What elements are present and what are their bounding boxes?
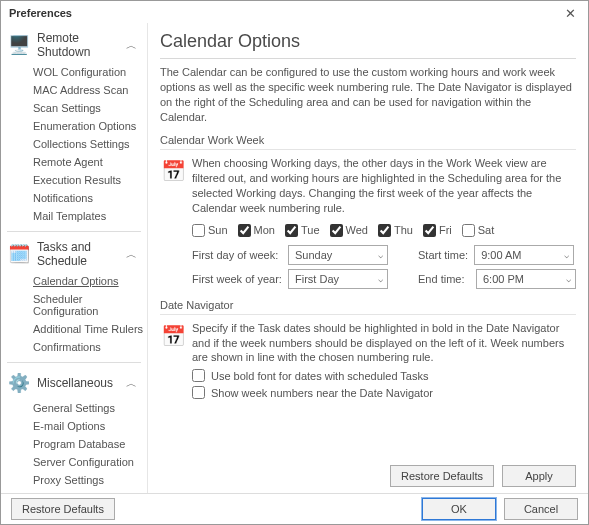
day-mon[interactable]: Mon (238, 224, 275, 237)
chevron-up-icon: ︿ (126, 376, 137, 391)
checkbox-sun[interactable] (192, 224, 205, 237)
chevron-down-icon: ⌵ (378, 250, 383, 260)
day-label: Sat (478, 224, 495, 236)
first-day-select[interactable]: Sunday ⌵ (288, 245, 388, 265)
footer: Restore Defaults OK Cancel (1, 493, 588, 524)
calendar-icon (160, 158, 186, 184)
group-label-workweek: Calendar Work Week (160, 134, 576, 146)
sidebar-item-calendar-options[interactable]: Calendar Options (33, 272, 147, 290)
page-title: Calendar Options (160, 31, 576, 52)
chevron-down-icon: ⌵ (566, 274, 571, 284)
day-thu[interactable]: Thu (378, 224, 413, 237)
checkbox-tue[interactable] (285, 224, 298, 237)
section-label: Miscellaneous (37, 376, 126, 390)
calendar-icon (160, 323, 186, 349)
section-remote-shutdown[interactable]: Remote Shutdown ︿ (5, 27, 147, 63)
day-sat[interactable]: Sat (462, 224, 495, 237)
select-value: Sunday (295, 249, 332, 261)
sidebar-item[interactable]: Mail Templates (33, 207, 147, 225)
end-time-label: End time: (418, 273, 470, 285)
gear-icon (7, 371, 31, 395)
cancel-button[interactable]: Cancel (504, 498, 578, 520)
sidebar-item[interactable]: MAC Address Scan (33, 81, 147, 99)
checkbox-bold-dates[interactable] (192, 369, 205, 382)
sidebar-item[interactable]: Scan Settings (33, 99, 147, 117)
sidebar-item[interactable]: Notifications (33, 189, 147, 207)
sidebar-item[interactable]: Collections Settings (33, 135, 147, 153)
opt-bold-dates: Use bold font for dates with scheduled T… (211, 370, 428, 382)
sidebar-item[interactable]: Program Database (33, 435, 147, 453)
section-label: Remote Shutdown (37, 31, 126, 59)
first-day-label: First day of week: (192, 249, 282, 261)
day-label: Mon (254, 224, 275, 236)
title-bar: Preferences ✕ (1, 1, 588, 23)
apply-button[interactable]: Apply (502, 465, 576, 487)
sidebar-item[interactable]: WOL Configuration (33, 63, 147, 81)
window-title: Preferences (9, 7, 72, 19)
monitor-icon (7, 33, 31, 57)
divider (7, 231, 141, 232)
day-checkbox-row: Sun Mon Tue Wed Thu Fri Sat (192, 224, 576, 237)
checkbox-fri[interactable] (423, 224, 436, 237)
sidebar-item[interactable]: Server Configuration (33, 453, 147, 471)
start-time-select[interactable]: 9:00 AM ⌵ (474, 245, 574, 265)
section-tasks-schedule[interactable]: Tasks and Schedule ︿ (5, 236, 147, 272)
main-panel: Calendar Options The Calendar can be con… (147, 23, 588, 493)
day-sun[interactable]: Sun (192, 224, 228, 237)
chevron-down-icon: ⌵ (378, 274, 383, 284)
group-label-navigator: Date Navigator (160, 299, 576, 311)
section-miscellaneous[interactable]: Miscellaneous ︿ (5, 367, 147, 399)
chevron-up-icon: ︿ (126, 247, 137, 262)
day-label: Fri (439, 224, 452, 236)
navigator-description: Specify if the Task dates should be high… (192, 321, 576, 366)
sidebar-item[interactable]: E-mail Options (33, 417, 147, 435)
checkbox-thu[interactable] (378, 224, 391, 237)
day-tue[interactable]: Tue (285, 224, 320, 237)
day-label: Sun (208, 224, 228, 236)
divider (7, 362, 141, 363)
restore-defaults-button[interactable]: Restore Defaults (390, 465, 494, 487)
checkbox-sat[interactable] (462, 224, 475, 237)
checkbox-week-numbers[interactable] (192, 386, 205, 399)
sidebar-item[interactable]: Execution Results (33, 171, 147, 189)
close-icon[interactable]: ✕ (561, 6, 580, 21)
chevron-down-icon: ⌵ (564, 250, 569, 260)
select-value: 9:00 AM (481, 249, 521, 261)
sidebar-item[interactable]: Enumeration Options (33, 117, 147, 135)
page-description: The Calendar can be configured to use th… (160, 65, 576, 124)
first-week-select[interactable]: First Day ⌵ (288, 269, 388, 289)
sidebar-item[interactable]: Scheduler Configuration (33, 290, 147, 320)
sidebar-item[interactable]: Confirmations (33, 338, 147, 356)
opt-week-numbers: Show week numbers near the Date Navigato… (211, 387, 433, 399)
sidebar-item[interactable]: Additional Time Rulers (33, 320, 147, 338)
first-week-label: First week of year: (192, 273, 282, 285)
restore-defaults-footer-button[interactable]: Restore Defaults (11, 498, 115, 520)
ok-button[interactable]: OK (422, 498, 496, 520)
divider (160, 58, 576, 59)
select-value: First Day (295, 273, 339, 285)
checkbox-mon[interactable] (238, 224, 251, 237)
end-time-select[interactable]: 6:00 PM ⌵ (476, 269, 576, 289)
day-label: Thu (394, 224, 413, 236)
sidebar-item[interactable]: Remote Agent (33, 153, 147, 171)
day-label: Tue (301, 224, 320, 236)
calendar-clock-icon (7, 242, 31, 266)
section-label: Tasks and Schedule (37, 240, 126, 268)
select-value: 6:00 PM (483, 273, 524, 285)
sidebar: Remote Shutdown ︿ WOL Configuration MAC … (1, 23, 147, 493)
checkbox-wed[interactable] (330, 224, 343, 237)
sidebar-item[interactable]: General Settings (33, 399, 147, 417)
start-time-label: Start time: (418, 249, 468, 261)
sidebar-item[interactable]: Proxy Settings (33, 471, 147, 489)
sidebar-item[interactable]: Log Configuration (33, 489, 147, 493)
day-label: Wed (346, 224, 368, 236)
day-fri[interactable]: Fri (423, 224, 452, 237)
chevron-up-icon: ︿ (126, 38, 137, 53)
workweek-description: When choosing Working days, the other da… (192, 156, 576, 215)
day-wed[interactable]: Wed (330, 224, 368, 237)
